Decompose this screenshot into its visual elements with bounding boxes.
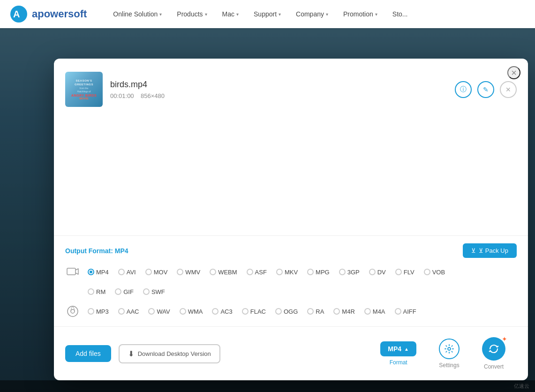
format-option-vob[interactable]: VOB (420, 268, 449, 277)
bottom-bar: Add files ⬇ Download Desktop Version MP4… (54, 326, 528, 380)
format-option-mp3[interactable]: MP3 (84, 307, 113, 316)
video-formats-row1: MP4 AVI MOV WMV (84, 268, 517, 277)
radio-mp4 (88, 269, 94, 275)
format-option-wav[interactable]: WAV (144, 307, 173, 316)
nav-item-company[interactable]: Company ▾ (288, 0, 336, 28)
format-option-gif[interactable]: GIF (111, 287, 137, 296)
radio-wma (180, 308, 186, 315)
svg-text:A: A (13, 9, 20, 19)
file-name: birds.mp4 (110, 80, 447, 90)
navbar: A apowersoft Online Solution ▾ Products … (0, 0, 535, 28)
svg-point-4 (71, 309, 75, 313)
format-group-label: Format (390, 359, 407, 366)
format-option-mov[interactable]: MOV (142, 268, 172, 277)
convert-group-label: Convert (484, 363, 504, 370)
nav-item-mac[interactable]: Mac ▾ (215, 0, 246, 28)
radio-mov (145, 269, 152, 275)
nav-item-online-solution[interactable]: Online Solution ▾ (105, 0, 169, 28)
format-option-mpg[interactable]: MPG (303, 268, 333, 277)
download-icon: ⬇ (128, 349, 134, 358)
radio-wmv (177, 269, 183, 275)
format-option-flac[interactable]: FLAC (238, 307, 270, 316)
video-formats-row2: RM GIF SWF (84, 287, 517, 296)
nav-item-products[interactable]: Products ▾ (169, 0, 214, 28)
format-option-aiff[interactable]: AIFF (391, 307, 420, 316)
format-label: Output Format: MP4 (65, 247, 128, 255)
format-option-ac3[interactable]: AC3 (208, 307, 236, 316)
file-meta: 00:01:00 856×480 (110, 92, 447, 99)
radio-rm (88, 288, 94, 295)
svg-point-3 (68, 306, 78, 317)
chevron-down-icon: ▾ (236, 12, 239, 17)
format-section: Output Format: MP4 ⊻ ⊻ Pack Up (54, 235, 528, 326)
radio-mp3 (88, 308, 94, 315)
file-info-button[interactable]: ⓘ (455, 81, 472, 98)
format-option-swf[interactable]: SWF (139, 287, 169, 296)
chevron-down-icon: ▾ (375, 12, 377, 17)
nav-item-store[interactable]: Sto... (385, 0, 415, 28)
radio-avi (118, 269, 125, 275)
format-grid: MP4 AVI MOV WMV (65, 264, 517, 319)
convert-group[interactable]: ✦ Convert (471, 333, 517, 374)
radio-flac (242, 308, 249, 315)
audio-icon (65, 304, 80, 319)
format-option-flv[interactable]: FLV (392, 268, 418, 277)
radio-m4r (333, 308, 340, 315)
format-option-dv[interactable]: DV (365, 268, 390, 277)
nav-item-promotion[interactable]: Promotion ▾ (336, 0, 385, 28)
radio-gif (115, 288, 121, 295)
format-option-ra[interactable]: RA (303, 307, 328, 316)
format-badge[interactable]: MP4 ▲ (380, 341, 416, 356)
format-option-mp4[interactable]: MP4 (84, 268, 113, 277)
format-option-asf[interactable]: ASF (243, 268, 271, 277)
chevron-up-icon: ▲ (404, 347, 409, 352)
format-option-rm[interactable]: RM (84, 287, 109, 296)
radio-m4a (364, 308, 371, 315)
file-remove-button[interactable]: ✕ (500, 81, 517, 98)
radio-ogg (275, 308, 282, 315)
radio-vob (424, 269, 430, 275)
radio-mkv (276, 269, 283, 275)
format-option-webm[interactable]: WEBM (206, 268, 241, 277)
svg-rect-2 (67, 268, 75, 275)
format-option-aac[interactable]: AAC (114, 307, 143, 316)
add-files-button[interactable]: Add files (65, 345, 111, 362)
video-icon-spacer (65, 284, 80, 299)
format-option-avi[interactable]: AVI (114, 268, 140, 277)
format-option-wmv[interactable]: WMV (173, 268, 204, 277)
video-format-row-1: MP4 AVI MOV WMV (65, 264, 517, 279)
chevron-down-icon: ▾ (279, 12, 281, 17)
radio-wav (148, 308, 155, 315)
format-option-mkv[interactable]: MKV (272, 268, 301, 277)
format-option-wma[interactable]: WMA (176, 307, 207, 316)
converter-modal: × SEASON'SGREETINGS from the Hatchlings … (54, 59, 528, 380)
format-option-m4a[interactable]: M4A (361, 307, 389, 316)
pack-up-button[interactable]: ⊻ ⊻ Pack Up (463, 243, 517, 258)
format-group[interactable]: MP4 ▲ Format (369, 333, 428, 374)
radio-3gp (339, 269, 346, 275)
file-thumbnail: SEASON'SGREETINGS from the Hatchlings of… (65, 72, 103, 107)
modal-close-button[interactable]: × (507, 66, 520, 79)
file-edit-button[interactable]: ✎ (477, 81, 494, 98)
radio-mpg (307, 269, 314, 275)
star-icon: ✦ (502, 335, 507, 343)
download-desktop-button[interactable]: ⬇ Download Desktop Version (119, 344, 220, 363)
file-item: SEASON'SGREETINGS from the Hatchlings of… (65, 68, 517, 111)
nav-item-support[interactable]: Support ▾ (246, 0, 288, 28)
svg-point-5 (448, 347, 451, 350)
video-format-row-2: RM GIF SWF (65, 284, 517, 299)
radio-ac3 (212, 308, 219, 315)
format-header: Output Format: MP4 ⊻ ⊻ Pack Up (65, 243, 517, 258)
format-option-ogg[interactable]: OGG (271, 307, 301, 316)
format-option-m4r[interactable]: M4R (330, 307, 358, 316)
radio-webm (210, 269, 216, 275)
convert-button-wrap: ✦ (482, 337, 505, 361)
format-option-3gp[interactable]: 3GP (335, 268, 363, 277)
logo[interactable]: A apowersoft (9, 5, 87, 23)
radio-swf (143, 288, 150, 295)
settings-group-label: Settings (439, 362, 459, 369)
settings-group[interactable]: Settings (428, 333, 471, 374)
nav-links: Online Solution ▾ Products ▾ Mac ▾ Suppo… (105, 0, 526, 28)
video-icon (65, 264, 80, 279)
radio-flv (395, 269, 402, 275)
